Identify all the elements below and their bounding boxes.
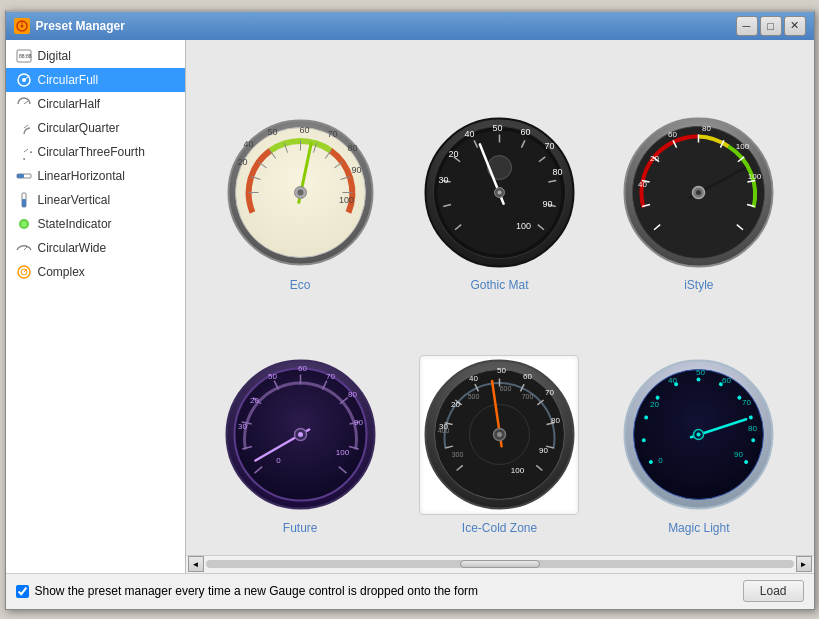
svg-text:40: 40 [464, 128, 474, 138]
svg-point-16 [21, 221, 27, 227]
preset-manager-window: Preset Manager ─ □ ✕ 88:88 Digital [5, 10, 815, 610]
sidebar-label-circularwide: CircularWide [38, 241, 107, 255]
sidebar-item-circularquarter[interactable]: CircularQuarter [6, 116, 185, 140]
scroll-right-button[interactable]: ► [796, 556, 812, 572]
gauge-cell-magiclight[interactable]: 20 40 50 60 70 80 90 0 [604, 302, 793, 535]
gauge-label-gothic: Gothic Mat [470, 278, 528, 292]
svg-text:80: 80 [748, 424, 757, 433]
gauge-wrapper-gothic[interactable]: 20 30 40 50 60 70 80 90 100 [419, 112, 579, 272]
gauge-cell-icecold[interactable]: 20 30 40 50 60 70 80 90 100 300 [405, 302, 594, 535]
svg-point-157 [697, 378, 701, 382]
gauge-cell-gothic[interactable]: 20 30 40 50 60 70 80 90 100 [405, 60, 594, 293]
show-preset-label: Show the preset manager every time a new… [35, 584, 479, 598]
svg-point-93 [696, 190, 701, 195]
close-button[interactable]: ✕ [784, 16, 806, 36]
gauge-wrapper-eco[interactable]: 20 40 50 60 70 80 90 100 [220, 112, 380, 272]
svg-text:90: 90 [539, 446, 548, 455]
sidebar-item-digital[interactable]: 88:88 Digital [6, 44, 185, 68]
horizontal-scrollbar[interactable]: ◄ ► [186, 555, 814, 573]
gauge-cell-future[interactable]: 20 30 50 60 70 80 90 100 0 [206, 302, 395, 535]
window-title: Preset Manager [36, 19, 125, 33]
svg-line-10 [24, 149, 28, 152]
sidebar-label-linearhorizontal: LinearHorizontal [38, 169, 125, 183]
sidebar-item-stateindicator[interactable]: StateIndicator [6, 212, 185, 236]
checkbox-area: Show the preset manager every time a new… [16, 584, 479, 598]
sidebar-item-circularwide[interactable]: CircularWide [6, 236, 185, 260]
svg-point-1 [20, 24, 23, 27]
sidebar-item-linearvertical[interactable]: LinearVertical [6, 188, 185, 212]
svg-text:0: 0 [659, 456, 664, 465]
sidebar-label-circularhalf: CircularHalf [38, 97, 101, 111]
load-button[interactable]: Load [743, 580, 804, 602]
svg-text:100: 100 [335, 448, 349, 457]
minimize-button[interactable]: ─ [736, 16, 758, 36]
linearvertical-icon [16, 192, 32, 208]
maximize-button[interactable]: □ [760, 16, 782, 36]
svg-text:60: 60 [520, 126, 530, 136]
istyle-gauge-svg: 20 40 60 80 100 100 [621, 115, 776, 270]
svg-text:20: 20 [250, 396, 259, 405]
svg-text:20: 20 [237, 156, 247, 166]
future-gauge-svg: 20 30 50 60 70 80 90 100 0 [223, 357, 378, 512]
svg-line-8 [24, 101, 28, 104]
scroll-thumb[interactable] [460, 560, 540, 568]
gauge-wrapper-magiclight[interactable]: 20 40 50 60 70 80 90 0 [619, 355, 779, 515]
bottom-bar: Show the preset manager every time a new… [6, 573, 814, 609]
sidebar-item-circularhalf[interactable]: CircularHalf [6, 92, 185, 116]
icecold-gauge-svg: 20 30 40 50 60 70 80 90 100 300 [422, 357, 577, 512]
svg-text:80: 80 [702, 123, 711, 132]
gauge-wrapper-istyle[interactable]: 20 40 60 80 100 100 [619, 112, 779, 272]
digital-icon: 88:88 [16, 48, 32, 64]
scroll-left-button[interactable]: ◄ [188, 556, 204, 572]
sidebar-item-circularfull[interactable]: CircularFull [6, 68, 185, 92]
svg-text:40: 40 [469, 374, 478, 383]
svg-text:60: 60 [523, 372, 532, 381]
sidebar-label-complex: Complex [38, 265, 85, 279]
svg-text:70: 70 [742, 398, 751, 407]
svg-text:100: 100 [516, 220, 531, 230]
gauge-label-magiclight: Magic Light [668, 521, 729, 535]
gauge-wrapper-future[interactable]: 20 30 50 60 70 80 90 100 0 [220, 355, 380, 515]
show-preset-checkbox[interactable] [16, 585, 29, 598]
svg-point-173 [697, 433, 701, 437]
svg-text:100: 100 [736, 141, 750, 150]
sidebar-item-linearhorizontal[interactable]: LinearHorizontal [6, 164, 185, 188]
main-panel: 20 40 50 60 70 80 90 100 [186, 40, 814, 573]
svg-point-68 [487, 155, 511, 179]
svg-rect-12 [17, 174, 24, 178]
svg-text:90: 90 [542, 198, 552, 208]
sidebar-label-circularquarter: CircularQuarter [38, 121, 120, 135]
gauge-label-icecold: Ice-Cold Zone [462, 521, 537, 535]
svg-text:0: 0 [276, 456, 281, 465]
gauge-wrapper-icecold[interactable]: 20 30 40 50 60 70 80 90 100 300 [419, 355, 579, 515]
svg-text:50: 50 [696, 368, 705, 377]
gauge-cell-eco[interactable]: 20 40 50 60 70 80 90 100 [206, 60, 395, 293]
sidebar-label-linearvertical: LinearVertical [38, 193, 111, 207]
sidebar-label-digital: Digital [38, 49, 71, 63]
svg-text:300: 300 [452, 451, 464, 458]
sidebar-item-circularthreefourth[interactable]: CircularThreeFourth [6, 140, 185, 164]
svg-text:400: 400 [438, 427, 450, 434]
svg-text:50: 50 [267, 126, 277, 136]
svg-text:30: 30 [238, 422, 247, 431]
svg-rect-14 [22, 199, 26, 207]
svg-text:60: 60 [668, 129, 677, 138]
svg-point-149 [497, 432, 502, 437]
svg-text:90: 90 [354, 418, 363, 427]
circularhalf-icon [16, 96, 32, 112]
complex-icon [16, 264, 32, 280]
svg-text:100: 100 [748, 171, 762, 180]
svg-text:100: 100 [339, 194, 354, 204]
svg-text:100: 100 [511, 466, 525, 475]
svg-text:80: 80 [551, 416, 560, 425]
gauge-label-future: Future [283, 521, 318, 535]
eco-gauge-svg: 20 40 50 60 70 80 90 100 [223, 115, 378, 270]
title-bar: Preset Manager ─ □ ✕ [6, 12, 814, 40]
gauge-cell-istyle[interactable]: 20 40 60 80 100 100 [604, 60, 793, 293]
svg-text:40: 40 [638, 179, 647, 188]
svg-text:50: 50 [268, 372, 277, 381]
sidebar-item-complex[interactable]: Complex [6, 260, 185, 284]
scroll-track [206, 560, 794, 568]
linearhorizontal-icon [16, 168, 32, 184]
svg-text:20: 20 [451, 400, 460, 409]
